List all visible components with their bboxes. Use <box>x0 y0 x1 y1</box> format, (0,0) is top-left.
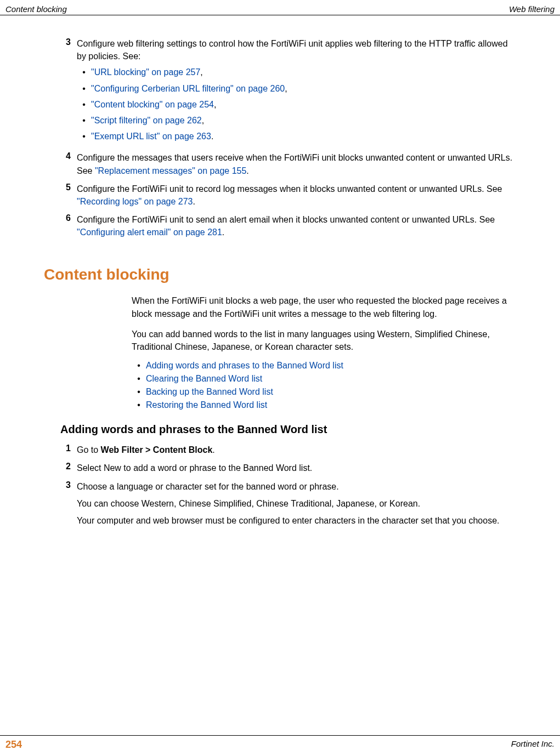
bullet-mark: • <box>77 98 91 111</box>
step-number: 3 <box>44 37 77 146</box>
link-bullet: • Clearing the Banned Word list <box>132 374 508 384</box>
bullet-mark: • <box>77 66 91 78</box>
link-replacement-messages[interactable]: "Replacement messages" on page 155 <box>95 166 246 175</box>
bullet-text: "Configuring Cerberian URL filtering" on… <box>91 82 287 95</box>
step-number: 3 <box>44 480 77 527</box>
sub-step-3: 3 Choose a language or character set for… <box>44 480 516 527</box>
bullet-item: • "Configuring Cerberian URL filtering" … <box>77 82 516 95</box>
step-text: Configure the FortiWiFi unit to record l… <box>77 184 502 194</box>
step-5: 5 Configure the FortiWiFi unit to record… <box>44 183 516 208</box>
bullet-mark: • <box>132 374 146 384</box>
bullet-suffix: , <box>200 67 202 77</box>
link-alert-email[interactable]: "Configuring alert email" on page 281 <box>77 228 222 237</box>
link-restoring[interactable]: Restoring the Banned Word list <box>146 400 267 410</box>
step-suffix: . <box>212 445 214 454</box>
bullet-mark: • <box>77 130 91 143</box>
bullet-mark: • <box>77 82 91 95</box>
header-right: Web filtering <box>509 4 555 14</box>
link-bullet: • Restoring the Banned Word list <box>132 400 508 410</box>
section-para-2: You can add banned words to the list in … <box>132 328 508 353</box>
link-recording-logs[interactable]: "Recording logs" on page 273 <box>77 197 193 206</box>
link-bullet: • Backing up the Banned Word list <box>132 387 508 397</box>
bullet-mark: • <box>132 361 146 371</box>
bullet-item: • "Script filtering" on page 262, <box>77 114 516 127</box>
bullet-suffix: . <box>211 132 213 141</box>
step-body: Select New to add a word or phrase to th… <box>77 462 516 474</box>
page-header: Content blocking Web filtering <box>0 0 560 15</box>
step-number: 5 <box>44 183 77 208</box>
step-suffix: . <box>222 228 224 237</box>
step-text: Configure the FortiWiFi unit to send an … <box>77 215 495 224</box>
bullet-mark: • <box>77 114 91 127</box>
link-url-blocking[interactable]: "URL blocking" on page 257 <box>91 67 200 77</box>
header-left: Content blocking <box>5 4 67 14</box>
step-text: Configure web filtering settings to cont… <box>77 39 508 61</box>
bullet-suffix: , <box>214 100 216 109</box>
step-body: Configure the FortiWiFi unit to send an … <box>77 213 516 238</box>
step-body: Configure the FortiWiFi unit to record l… <box>77 183 516 208</box>
section-body: When the FortiWiFi unit blocks a web pag… <box>132 294 508 410</box>
bullet-mark: • <box>132 387 146 397</box>
step-4: 4 Configure the messages that users rece… <box>44 151 516 177</box>
page-content: 3 Configure web filtering settings to co… <box>0 15 560 527</box>
step-number: 1 <box>44 444 77 456</box>
link-exempt-url[interactable]: "Exempt URL list" on page 263 <box>91 132 211 141</box>
link-bullet: • Adding words and phrases to the Banned… <box>132 361 508 371</box>
step-number: 4 <box>44 151 77 177</box>
link-cerberian-filtering[interactable]: "Configuring Cerberian URL filtering" on… <box>91 84 285 93</box>
step-3: 3 Configure web filtering settings to co… <box>44 37 516 146</box>
sub-step-2: 2 Select New to add a word or phrase to … <box>44 462 516 474</box>
step-body: Choose a language or character set for t… <box>77 480 516 527</box>
step-number: 6 <box>44 213 77 238</box>
step-6: 6 Configure the FortiWiFi unit to send a… <box>44 213 516 238</box>
step-text: Select New to add a word or phrase to th… <box>77 463 312 473</box>
link-content-blocking[interactable]: "Content blocking" on page 254 <box>91 100 214 109</box>
step-extra-1: You can choose Western, Chinese Simplifi… <box>77 497 516 510</box>
footer-company: Fortinet Inc. <box>511 739 555 751</box>
subsection-heading-adding-words: Adding words and phrases to the Banned W… <box>60 423 516 436</box>
section-heading-content-blocking: Content blocking <box>44 266 516 283</box>
sub-step-1: 1 Go to Web Filter > Content Block. <box>44 444 516 456</box>
step-3-bullets: • "URL blocking" on page 257, • "Configu… <box>77 66 516 143</box>
bullet-suffix: , <box>202 116 204 125</box>
step-suffix: . <box>193 197 195 206</box>
bullet-item: • "Content blocking" on page 254, <box>77 98 516 111</box>
link-backing-up[interactable]: Backing up the Banned Word list <box>146 387 273 397</box>
step-suffix: . <box>246 166 248 175</box>
step-body: Go to Web Filter > Content Block. <box>77 444 516 456</box>
bullet-text: "Exempt URL list" on page 263. <box>91 130 213 143</box>
bullet-text: "Content blocking" on page 254, <box>91 98 216 111</box>
step-body: Configure web filtering settings to cont… <box>77 37 516 146</box>
step-prefix: Go to <box>77 445 101 454</box>
section-para-1: When the FortiWiFi unit blocks a web pag… <box>132 294 508 320</box>
link-clearing-list[interactable]: Clearing the Banned Word list <box>146 374 262 384</box>
bullet-item: • "URL blocking" on page 257, <box>77 66 516 78</box>
bullet-text: "Script filtering" on page 262, <box>91 114 204 127</box>
step-bold: Web Filter > Content Block <box>101 445 213 454</box>
link-script-filtering[interactable]: "Script filtering" on page 262 <box>91 116 202 125</box>
step-text: Choose a language or character set for t… <box>77 482 339 491</box>
step-body: Configure the messages that users receiv… <box>77 151 516 177</box>
link-adding-words[interactable]: Adding words and phrases to the Banned W… <box>146 361 343 371</box>
page-number: 254 <box>5 739 22 751</box>
bullet-suffix: , <box>285 84 287 93</box>
bullet-item: • "Exempt URL list" on page 263. <box>77 130 516 143</box>
step-extra-2: Your computer and web browser must be co… <box>77 514 516 527</box>
step-number: 2 <box>44 462 77 474</box>
page-footer: 254 Fortinet Inc. <box>0 735 560 751</box>
bullet-mark: • <box>132 400 146 410</box>
bullet-text: "URL blocking" on page 257, <box>91 66 203 78</box>
